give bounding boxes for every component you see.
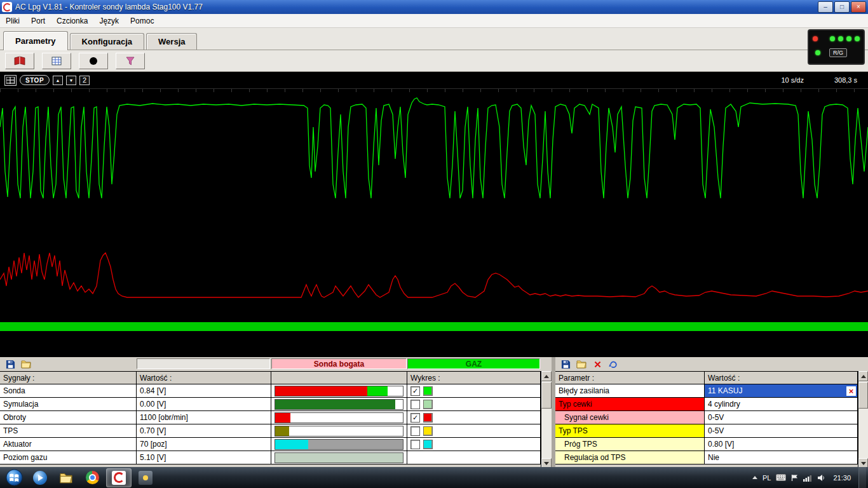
taskbar-media-player[interactable] <box>28 469 52 487</box>
param-value: 4 cylindry <box>705 398 858 411</box>
close-button[interactable]: × <box>851 1 866 13</box>
chart-area[interactable] <box>0 88 868 358</box>
scroll-up-button[interactable] <box>541 371 552 381</box>
scroll-up-button[interactable] <box>858 371 868 381</box>
bar-col-header <box>271 372 407 384</box>
param-value-text: 11 KASUJ <box>708 386 846 395</box>
keyboard-icon[interactable] <box>776 474 786 481</box>
menu-item-język[interactable]: Język <box>93 15 125 27</box>
scale-up-button[interactable]: ▲ <box>53 76 63 85</box>
signals-scrollbar[interactable] <box>541 371 552 468</box>
param-row[interactable]: Błędy zasilania11 KASUJ× <box>555 384 858 398</box>
param-row[interactable]: Próg TPS0.80 [V] <box>555 438 858 451</box>
param-value: 11 KASUJ× <box>705 384 858 398</box>
signal-bar-cell <box>271 411 407 424</box>
signal-chart-cell: ✓ <box>407 384 541 398</box>
menu-item-pomoc[interactable]: Pomoc <box>125 15 159 27</box>
param-value: Nie <box>705 451 858 464</box>
param-row[interactable]: Typ cewki4 cylindry <box>555 398 858 411</box>
refresh-params-button[interactable] <box>607 359 619 369</box>
scrollbar-thumb[interactable] <box>858 382 868 409</box>
led-row-top <box>813 35 860 43</box>
minimize-button[interactable]: – <box>818 1 833 13</box>
status-led <box>815 50 820 55</box>
tab-parametry[interactable]: Parametry <box>3 31 68 50</box>
menu-item-czcionka[interactable]: Czcionka <box>51 15 93 27</box>
volume-icon[interactable] <box>817 474 825 482</box>
elapsed-time: 308,3 s <box>834 76 857 84</box>
map-table-button[interactable] <box>42 53 71 69</box>
chart-checkbox[interactable]: ✓ <box>410 386 420 396</box>
chart-checkbox[interactable] <box>410 440 420 449</box>
tab-wersja[interactable]: Wersja <box>146 33 197 50</box>
action-center-flag-icon[interactable] <box>791 474 798 482</box>
taskbar-explorer[interactable] <box>54 469 78 487</box>
signal-name: TPS <box>0 424 137 438</box>
delete-param-button[interactable] <box>592 359 603 369</box>
signals-table: Sygnały : Wartość : Wykres : Sonda0.84 [… <box>0 371 541 468</box>
scroll-down-icon <box>861 462 866 465</box>
chart-grid-button[interactable] <box>4 75 17 86</box>
signal-bar-cell <box>271 384 407 398</box>
save-params-button[interactable] <box>560 359 571 369</box>
taskbar: PL 21:30 <box>0 467 868 488</box>
window-title: AC Lpg V1.81 - Kontroler sondy lambda St… <box>15 3 818 11</box>
series-color-swatch <box>423 386 433 396</box>
taskbar-clock[interactable]: 21:30 <box>831 474 853 482</box>
ac-lpg-icon <box>112 471 126 485</box>
taskbar-chrome[interactable] <box>80 469 104 487</box>
menu-item-pliki[interactable]: Pliki <box>0 15 25 27</box>
language-indicator[interactable]: PL <box>763 474 771 482</box>
signal-name: Poziom gazu <box>0 451 137 464</box>
signal-level-bar <box>275 426 403 437</box>
floppy-icon <box>6 360 15 369</box>
param-name: Regulacja od TPS <box>555 451 705 464</box>
waveform-obroty <box>0 253 868 297</box>
maximize-button[interactable]: □ <box>834 1 850 13</box>
open-signals-button[interactable] <box>20 359 32 369</box>
clear-errors-icon[interactable]: × <box>846 386 856 396</box>
time-per-division: 10 s/dz <box>781 76 803 84</box>
hidden-icons-chevron-icon[interactable] <box>752 476 757 479</box>
taskbar-ac-lpg-active[interactable] <box>106 468 132 487</box>
stop-button[interactable]: STOP <box>20 75 50 85</box>
scale-value: 2 <box>79 76 90 85</box>
signal-row: Obroty1100 [obr/min]✓ <box>0 411 541 424</box>
taskbar-app[interactable] <box>133 469 158 487</box>
scroll-up-icon <box>544 375 549 378</box>
chart-checkbox[interactable]: ✓ <box>410 413 420 423</box>
param-row[interactable]: Typ TPS0-5V <box>555 424 858 438</box>
tab-konfiguracja[interactable]: Konfiguracja <box>70 33 144 50</box>
explorer-folder-icon <box>59 472 73 484</box>
save-signals-button[interactable] <box>4 359 16 369</box>
signal-chart-cell <box>407 451 541 464</box>
filter-button[interactable] <box>116 53 145 69</box>
scale-down-button[interactable]: ▼ <box>66 76 76 85</box>
read-errors-button[interactable] <box>5 53 34 69</box>
folder-icon <box>21 360 31 369</box>
signal-chart-cell <box>407 398 541 411</box>
param-value: 0-5V <box>705 411 858 424</box>
green-led <box>855 36 860 41</box>
param-row[interactable]: Sygnał cewki0-5V <box>555 411 858 424</box>
chart-checkbox[interactable] <box>410 400 420 409</box>
titlebar[interactable]: AC Lpg V1.81 - Kontroler sondy lambda St… <box>0 0 868 14</box>
params-scrollbar[interactable] <box>858 371 868 468</box>
scrollbar-thumb[interactable] <box>541 382 552 409</box>
signal-chart-cell: ✓ <box>407 411 541 424</box>
start-button[interactable] <box>2 468 26 487</box>
param-col-header: Parametr : <box>555 372 705 384</box>
record-button[interactable] <box>79 53 108 69</box>
app-window: AC Lpg V1.81 - Kontroler sondy lambda St… <box>0 0 868 488</box>
open-params-button[interactable] <box>576 359 587 369</box>
menu-item-port[interactable]: Port <box>25 15 51 27</box>
network-icon[interactable] <box>803 474 812 482</box>
param-row[interactable]: Regulacja od TPSNie <box>555 451 858 464</box>
rg-button[interactable]: R/G <box>829 48 847 57</box>
scroll-down-icon <box>544 462 549 465</box>
param-value: 0.80 [V] <box>705 438 858 451</box>
chart-checkbox[interactable] <box>410 426 420 436</box>
show-desktop-button[interactable] <box>858 467 866 488</box>
param-rows: Błędy zasilania11 KASUJ×Typ cewki4 cylin… <box>555 384 858 464</box>
signal-bar-cell <box>271 424 407 438</box>
